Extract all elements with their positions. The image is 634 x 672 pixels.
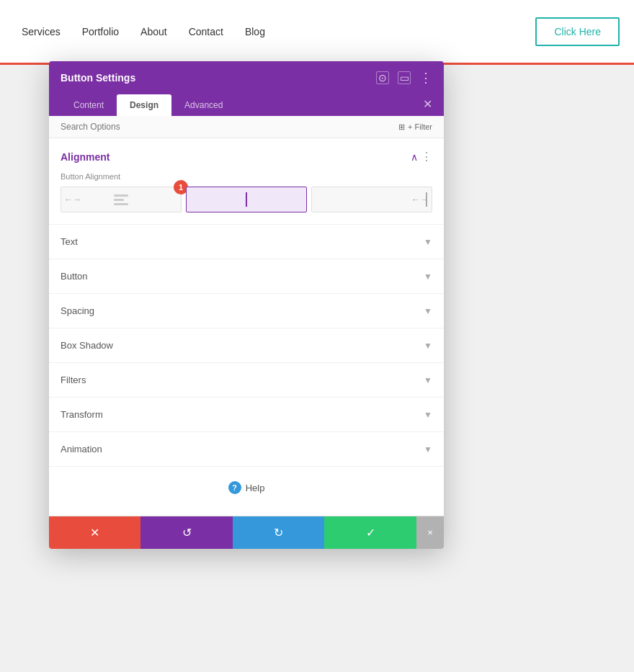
more-options-icon[interactable]: ⋮ <box>419 71 432 84</box>
help-icon: ? <box>228 481 241 494</box>
filter-icon: ⊞ <box>398 122 405 132</box>
transform-section-title: Transform <box>61 409 103 420</box>
alignment-section-header: Alignment ∧ ⋮ <box>61 150 432 163</box>
settings-icon[interactable]: ⊙ <box>376 71 389 84</box>
save-icon: ✓ <box>366 526 375 539</box>
box-shadow-section-header[interactable]: Box Shadow ▼ <box>49 328 444 362</box>
close-overlay-button[interactable]: ✕ <box>416 516 444 549</box>
undo-button[interactable]: ↺ <box>140 516 232 549</box>
cancel-button[interactable]: ✕ <box>49 516 140 549</box>
animation-section-title: Animation <box>61 444 102 454</box>
nav-item-services[interactable]: Services <box>22 26 61 37</box>
spacing-section-header[interactable]: Spacing ▼ <box>49 294 444 328</box>
panel-tabs: Content Design Advanced ✕ <box>49 94 444 116</box>
text-section-header[interactable]: Text ▼ <box>49 225 444 259</box>
align-right-indicator-text: ←→ <box>411 194 429 205</box>
filters-section: Filters ▼ <box>49 363 444 398</box>
animation-section: Animation ▼ <box>49 432 444 467</box>
button-section-title: Button <box>61 271 88 282</box>
nav-item-portfolio[interactable]: Portfolio <box>82 26 119 37</box>
box-shadow-section-title: Box Shadow <box>61 340 113 351</box>
alignment-title: Alignment <box>61 151 110 163</box>
cancel-icon: ✕ <box>90 526 99 539</box>
panel-header-icons: ⊙ ▭ ⋮ <box>376 71 432 84</box>
nav-item-blog[interactable]: Blog <box>245 26 265 37</box>
nav-item-contact[interactable]: Contact <box>189 26 223 37</box>
align-left-button[interactable]: ←→ 1 <box>61 187 182 212</box>
text-collapse-icon: ▼ <box>424 237 432 247</box>
search-input[interactable] <box>61 122 398 132</box>
box-shadow-section: Box Shadow ▼ <box>49 328 444 363</box>
animation-collapse-icon: ▼ <box>424 444 432 454</box>
collapse-alignment-icon[interactable]: ∧ <box>411 151 418 163</box>
alignment-more-icon[interactable]: ⋮ <box>421 150 432 163</box>
align-line-3 <box>114 203 128 205</box>
redo-icon: ↻ <box>274 526 283 539</box>
filter-label: + Filter <box>408 122 432 131</box>
align-left-icon <box>108 194 134 205</box>
filters-section-title: Filters <box>61 375 86 385</box>
panel-header: Button Settings ⊙ ▭ ⋮ <box>49 61 444 94</box>
align-center-icon <box>246 192 247 207</box>
help-label: Help <box>246 483 265 493</box>
align-line-1 <box>114 194 128 197</box>
filters-collapse-icon: ▼ <box>424 375 432 385</box>
animation-section-header[interactable]: Animation ▼ <box>49 432 444 466</box>
background-nav: Services Portfolio About Contact Blog Cl… <box>0 0 634 65</box>
align-right-button[interactable]: ←→ <box>311 187 432 212</box>
align-left-indicator: ←→ <box>64 194 81 205</box>
layout-icon[interactable]: ▭ <box>398 71 411 84</box>
button-collapse-icon: ▼ <box>424 272 432 282</box>
panel-toolbar: ✕ ↺ ↻ ✓ ✕ <box>49 516 444 549</box>
spacing-section: Spacing ▼ <box>49 294 444 328</box>
overlay-close-icon: ✕ <box>427 529 433 537</box>
align-line-2 <box>114 199 124 201</box>
spacing-collapse-icon: ▼ <box>424 306 432 316</box>
filter-button[interactable]: ⊞ + Filter <box>398 122 432 132</box>
panel-content: Alignment ∧ ⋮ Button Alignment ←→ 1 <box>49 138 444 516</box>
panel-close-icon[interactable]: ✕ <box>423 94 432 116</box>
nav-item-about[interactable]: About <box>140 26 167 37</box>
click-here-button[interactable]: Click Here <box>535 17 620 46</box>
align-center-button[interactable] <box>186 187 307 212</box>
tab-advanced[interactable]: Advanced <box>171 94 236 116</box>
text-section: Text ▼ <box>49 225 444 259</box>
nav-menu: Services Portfolio About Contact Blog <box>22 26 265 37</box>
tab-design[interactable]: Design <box>117 94 171 116</box>
search-bar: ⊞ + Filter <box>49 116 444 138</box>
panel-title: Button Settings <box>61 72 135 84</box>
box-shadow-collapse-icon: ▼ <box>424 341 432 351</box>
filters-section-header[interactable]: Filters ▼ <box>49 363 444 397</box>
alignment-options: ←→ 1 ←→ <box>61 187 432 212</box>
alignment-field-label: Button Alignment <box>61 172 432 181</box>
text-section-title: Text <box>61 236 78 247</box>
tab-content[interactable]: Content <box>61 94 117 116</box>
button-settings-panel: Button Settings ⊙ ▭ ⋮ Content Design Adv… <box>49 61 444 549</box>
alignment-controls: ∧ ⋮ <box>411 150 432 163</box>
redo-button[interactable]: ↻ <box>233 516 324 549</box>
transform-section: Transform ▼ <box>49 398 444 432</box>
button-section: Button ▼ <box>49 259 444 294</box>
alignment-section: Alignment ∧ ⋮ Button Alignment ←→ 1 <box>49 138 444 225</box>
save-button[interactable]: ✓ <box>324 516 416 549</box>
transform-collapse-icon: ▼ <box>424 410 432 420</box>
spacing-section-title: Spacing <box>61 305 94 316</box>
undo-icon: ↺ <box>182 526 192 539</box>
transform-section-header[interactable]: Transform ▼ <box>49 398 444 431</box>
help-section[interactable]: ? Help <box>49 467 444 509</box>
button-section-header[interactable]: Button ▼ <box>49 259 444 293</box>
